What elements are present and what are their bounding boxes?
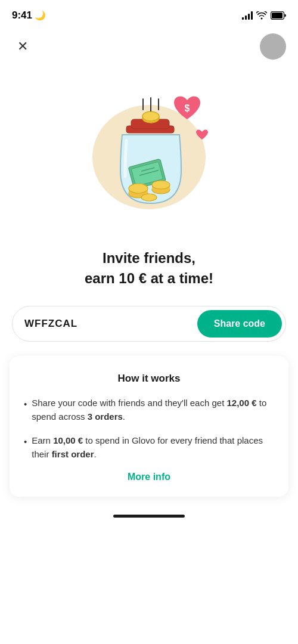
status-bar: 9:41 🌙: [0, 0, 298, 29]
how-item-2-text: Earn 10,00 € to spend in Glovo for every…: [32, 434, 274, 461]
hero-section: $: [0, 69, 298, 242]
title-text: Invite friends, earn 10 € at a time!: [24, 248, 274, 288]
close-icon: ✕: [17, 39, 28, 54]
how-item-1-text: Share your code with friends and they'll…: [32, 397, 274, 423]
status-icons: [242, 11, 286, 20]
illustration-container: $: [77, 81, 221, 224]
how-it-works-title: How it works: [24, 373, 274, 385]
svg-text:$: $: [185, 103, 190, 113]
how-item-2: • Earn 10,00 € to spend in Glovo for eve…: [24, 434, 274, 461]
status-time: 9:41: [12, 10, 32, 21]
how-item-1: • Share your code with friends and they'…: [24, 397, 274, 423]
close-button[interactable]: ✕: [12, 36, 33, 57]
how-it-works-card: How it works • Share your code with frie…: [10, 356, 288, 497]
avatar: [260, 33, 286, 60]
more-info-link[interactable]: More info: [24, 472, 274, 482]
nav-bar: ✕: [0, 29, 298, 69]
svg-rect-1: [272, 13, 283, 18]
dollar-heart-badge: $: [172, 93, 203, 124]
bullet-1: •: [24, 398, 27, 411]
svg-point-5: [142, 112, 159, 121]
battery-icon: [271, 11, 286, 20]
referral-code: WFFZCAL: [24, 318, 197, 330]
signal-icon: [242, 11, 253, 20]
moon-icon: 🌙: [35, 10, 46, 21]
bullet-2: •: [24, 435, 27, 449]
title-line2: earn 10 € at a time!: [85, 270, 213, 286]
home-indicator: [0, 497, 298, 525]
svg-point-15: [129, 184, 148, 193]
code-row: WFFZCAL Share code: [12, 306, 286, 342]
small-heart-badge: [195, 129, 209, 143]
title-line1: Invite friends,: [103, 250, 195, 266]
svg-point-19: [141, 194, 157, 201]
wifi-icon: [256, 11, 267, 20]
svg-point-18: [152, 181, 170, 189]
home-bar: [113, 515, 185, 518]
share-code-button[interactable]: Share code: [197, 310, 282, 338]
title-section: Invite friends, earn 10 € at a time!: [0, 242, 298, 306]
